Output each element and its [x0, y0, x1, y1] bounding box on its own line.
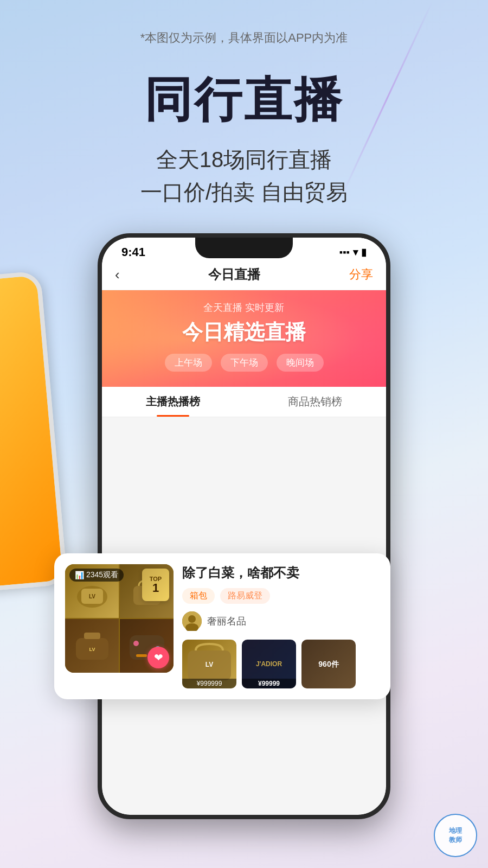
watermark-circle: 地理 教师 [434, 814, 477, 857]
phone-screen: 9:41 ▪▪▪ ▾ ▮ ‹ 今日直播 分享 全天直播 实时更新 今日精选直播 … [102, 238, 386, 815]
avatar-svg [182, 611, 202, 631]
disclaimer-text: *本图仅为示例，具体界面以APP内为准 [0, 0, 488, 46]
product-label-2: J'ADIOR [254, 656, 284, 672]
product-preview-2[interactable]: J'ADIOR ¥99999 [242, 640, 296, 688]
hero-subtitle-line2: 一口价/拍卖 自由贸易 [0, 176, 488, 208]
wifi-icon: ▾ [353, 246, 358, 258]
hero-subtitle-line1: 全天18场同行直播 [0, 143, 488, 176]
signal-icon: ▪▪▪ [339, 247, 350, 258]
product-price-1: ¥999999 [182, 679, 236, 688]
tab-hot-anchor[interactable]: 主播热播榜 [102, 387, 244, 417]
bar-chart-icon: 📊 [75, 571, 84, 579]
product-preview-3[interactable]: 960件 [301, 640, 356, 688]
svg-text:LV: LV [88, 593, 95, 599]
seller-avatar [182, 611, 202, 631]
hero-title: 同行直播 [0, 68, 488, 132]
stream-tags: 箱包 路易威登 [182, 588, 380, 604]
watermark-line1: 地理 [449, 826, 462, 835]
product-count-3: 960件 [318, 659, 338, 669]
back-button[interactable]: ‹ [115, 266, 120, 283]
banner-tab-morning[interactable]: 上午场 [165, 354, 212, 372]
svg-rect-6 [84, 633, 100, 639]
phone-left-device [0, 271, 68, 597]
seller-info: 奢丽名品 [182, 611, 380, 631]
watermark-content: 地理 教师 [449, 826, 462, 845]
banner-subtitle: 全天直播 实时更新 [115, 301, 373, 314]
watermark-line2: 教师 [449, 835, 462, 845]
seller-name: 奢丽名品 [207, 615, 246, 628]
stream-tag-lv[interactable]: 路易威登 [220, 588, 270, 604]
stream-thumbnail: LV LV LV [65, 564, 174, 673]
view-count: 📊 2345观看 [69, 569, 124, 582]
banner: 全天直播 实时更新 今日精选直播 上午场 下午场 晚间场 [102, 290, 386, 387]
svg-text:LV: LV [89, 647, 95, 652]
status-time: 9:41 [121, 245, 145, 259]
stream-card-popup[interactable]: LV LV LV [54, 553, 390, 699]
product-previews: LV ¥999999 J'ADIOR ¥99999 960件 [182, 640, 380, 688]
svg-rect-11 [136, 654, 147, 657]
svg-text:LV: LV [206, 661, 213, 668]
thumb-cell-3: LV [65, 619, 119, 673]
phone-notch [195, 238, 293, 258]
nav-header: ‹ 今日直播 分享 [102, 259, 386, 290]
banner-tab-evening[interactable]: 晚间场 [277, 354, 324, 372]
stream-card-header: LV LV LV [65, 564, 380, 688]
stream-info: 除了白菜，啥都不卖 箱包 路易威登 奢丽名品 [182, 564, 380, 688]
top-number: 1 [152, 582, 159, 594]
stream-tag-bags[interactable]: 箱包 [182, 588, 215, 604]
hero-subtitle: 全天18场同行直播 一口价/拍卖 自由贸易 [0, 143, 488, 208]
banner-title: 今日精选直播 [115, 318, 373, 346]
battery-icon: ▮ [361, 246, 367, 258]
nav-title: 今日直播 [208, 266, 260, 283]
banner-tab-afternoon[interactable]: 下午场 [221, 354, 268, 372]
phone-left-screen [0, 276, 63, 593]
product-preview-1[interactable]: LV ¥999999 [182, 640, 236, 688]
bag-svg-3: LV [70, 627, 114, 665]
watermark: 地理 教师 [434, 814, 477, 857]
tab-hot-product[interactable]: 商品热销榜 [244, 387, 386, 417]
banner-tabs: 上午场 下午场 晚间场 [115, 354, 373, 372]
top-badge: TOP 1 [142, 569, 169, 601]
heart-icon[interactable]: ❤ [147, 647, 169, 668]
share-button[interactable]: 分享 [349, 266, 373, 283]
phone-main-device: 9:41 ▪▪▪ ▾ ▮ ‹ 今日直播 分享 全天直播 实时更新 今日精选直播 … [98, 233, 390, 819]
svg-point-13 [188, 615, 196, 623]
phone-container: 9:41 ▪▪▪ ▾ ▮ ‹ 今日直播 分享 全天直播 实时更新 今日精选直播 … [98, 233, 390, 819]
status-icons: ▪▪▪ ▾ ▮ [339, 246, 367, 258]
stream-title: 除了白菜，啥都不卖 [182, 564, 380, 582]
section-tabs: 主播热播榜 商品热销榜 [102, 387, 386, 417]
svg-point-9 [133, 641, 139, 646]
product-price-2: ¥99999 [242, 679, 296, 688]
